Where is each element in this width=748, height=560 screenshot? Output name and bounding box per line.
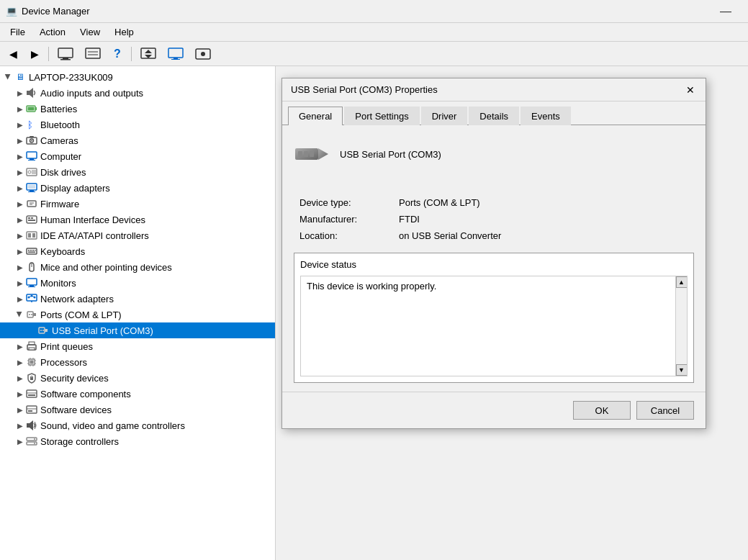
tree-item-audio[interactable]: ▶ Audio inputs and outputs [0, 85, 275, 101]
tab-port-settings[interactable]: Port Settings [344, 107, 419, 125]
computer-chevron: ▶ [14, 150, 26, 162]
software-dev-chevron: ▶ [14, 404, 26, 415]
tree-item-computer[interactable]: ▶ Computer [0, 148, 275, 164]
svg-point-28 [28, 171, 31, 173]
tree-item-processors[interactable]: ▶ Processors [0, 354, 275, 370]
sound-chevron: ▶ [14, 420, 26, 431]
menu-view[interactable]: View [73, 25, 107, 39]
properties-dialog: USB Serial Port (COM3) Properties ✕ Gene… [281, 78, 706, 429]
back-button[interactable]: ◀ [3, 45, 23, 63]
monitor-icon [167, 47, 184, 61]
security-label: Security devices [40, 373, 109, 384]
tab-general[interactable]: General [288, 107, 343, 125]
main-layout: ▶ 🖥 LAPTOP-233UK009 ▶ Audio inputs and o… [0, 66, 748, 560]
svg-rect-53 [27, 279, 37, 285]
tree-item-sound[interactable]: ▶ Sound, video and game controllers [0, 417, 275, 433]
svg-point-69 [40, 330, 42, 331]
computer-properties-button[interactable] [53, 45, 78, 63]
svg-rect-48 [30, 250, 32, 251]
toolbar: ◀ ▶ ? [0, 42, 748, 66]
svg-point-13 [201, 52, 205, 56]
status-scrollbar[interactable]: ▲ ▼ [675, 276, 687, 376]
tree-item-batteries[interactable]: ▶ Batteries [0, 101, 275, 117]
hid-label: Human Interface Devices [40, 214, 145, 225]
scroll-up-arrow[interactable]: ▲ [676, 276, 688, 288]
device-button[interactable] [190, 45, 216, 63]
help-button[interactable]: ? [107, 45, 127, 63]
device-type-value: Ports (COM & LPT) [399, 197, 694, 208]
tree-item-storage[interactable]: ▶ Storage controllers [0, 433, 275, 449]
ports-icon [26, 309, 37, 320]
tree-item-print[interactable]: ▶ Print queues [0, 338, 275, 354]
cancel-button[interactable]: Cancel [636, 401, 694, 420]
svg-point-97 [34, 443, 35, 444]
minimize-button[interactable]: — [709, 1, 742, 22]
usb-serial-label: USB Serial Port (COM3) [52, 325, 153, 336]
tree-item-bluetooth[interactable]: ▶ ᛒ Bluetooth [0, 117, 275, 132]
menu-file[interactable]: File [3, 25, 32, 39]
print-label: Print queues [40, 341, 93, 352]
list-button[interactable] [80, 45, 106, 63]
processors-label: Processors [40, 357, 87, 368]
tree-item-display[interactable]: ▶ Display adapters [0, 180, 275, 196]
tree-item-firmware[interactable]: ▶ Firmware [0, 196, 275, 212]
tree-item-disk[interactable]: ▶ Disk drives [0, 164, 275, 180]
tree-item-usb-serial[interactable]: USB Serial Port (COM3) [0, 322, 275, 338]
root-label: LAPTOP-233UK009 [29, 72, 113, 83]
window-controls: — [709, 1, 742, 22]
tree-item-software-comp[interactable]: ▶ Software components [0, 386, 275, 402]
dialog-device-name: USB Serial Port (COM3) [340, 149, 441, 160]
svg-rect-36 [27, 201, 36, 207]
bluetooth-label: Bluetooth [40, 119, 80, 130]
forward-button[interactable]: ▶ [24, 45, 45, 63]
cameras-chevron: ▶ [14, 135, 26, 146]
location-value: on USB Serial Converter [399, 230, 694, 241]
svg-rect-45 [32, 233, 35, 238]
firmware-chevron: ▶ [14, 198, 26, 209]
tab-details[interactable]: Details [469, 107, 519, 125]
dialog-tabs: General Port Settings Driver Details Eve… [282, 101, 706, 125]
tree-item-keyboards[interactable]: ▶ Keyboards [0, 243, 275, 259]
usb-serial-chevron [26, 325, 37, 336]
dialog-footer: OK Cancel [282, 392, 706, 428]
svg-rect-41 [31, 217, 33, 219]
tree-item-mice[interactable]: ▶ Mice and other pointing devices [0, 259, 275, 275]
svg-rect-1 [63, 58, 68, 59]
tab-events[interactable]: Events [521, 107, 571, 125]
update-button[interactable] [135, 45, 161, 63]
svg-rect-42 [28, 220, 35, 221]
ok-button[interactable]: OK [573, 401, 631, 420]
mice-icon [26, 261, 37, 273]
dialog-overlay: USB Serial Port (COM3) Properties ✕ Gene… [276, 66, 748, 560]
dialog-title-bar: USB Serial Port (COM3) Properties ✕ [282, 78, 706, 101]
svg-rect-92 [27, 423, 30, 428]
dialog-close-button[interactable]: ✕ [681, 81, 700, 99]
tab-driver[interactable]: Driver [421, 107, 468, 125]
tree-item-ports[interactable]: ▶ Ports (COM & LPT) [0, 307, 275, 322]
tree-item-software-dev[interactable]: ▶ Software devices [0, 402, 275, 417]
menu-help[interactable]: Help [107, 25, 141, 39]
keyboards-label: Keyboards [40, 246, 85, 257]
tree-item-hid[interactable]: ▶ Human Interface Devices [0, 212, 275, 227]
cameras-label: Cameras [40, 135, 78, 146]
display-chevron: ▶ [14, 182, 26, 194]
tree-item-network[interactable]: ▶ Network adapters [0, 291, 275, 307]
tree-root[interactable]: ▶ 🖥 LAPTOP-233UK009 [0, 69, 275, 85]
root-icon: 🖥 [14, 71, 26, 83]
menu-action[interactable]: Action [32, 25, 73, 39]
ports-chevron: ▶ [14, 309, 26, 320]
svg-rect-47 [28, 250, 30, 251]
svg-point-70 [42, 330, 44, 331]
svg-rect-86 [27, 390, 37, 397]
scroll-down-arrow[interactable]: ▼ [676, 364, 688, 376]
tree-item-cameras[interactable]: ▶ Cameras [0, 132, 275, 148]
device-tree[interactable]: ▶ 🖥 LAPTOP-233UK009 ▶ Audio inputs and o… [0, 66, 276, 560]
processors-icon [26, 356, 37, 368]
tree-item-ide[interactable]: ▶ IDE ATA/ATAPI controllers [0, 227, 275, 243]
monitor-button[interactable] [163, 45, 189, 63]
tree-item-monitors[interactable]: ▶ Monitors [0, 275, 275, 291]
svg-point-96 [34, 438, 35, 440]
tree-item-security[interactable]: ▶ Security devices [0, 370, 275, 386]
ide-label: IDE ATA/ATAPI controllers [40, 230, 149, 241]
svg-rect-51 [28, 252, 35, 253]
